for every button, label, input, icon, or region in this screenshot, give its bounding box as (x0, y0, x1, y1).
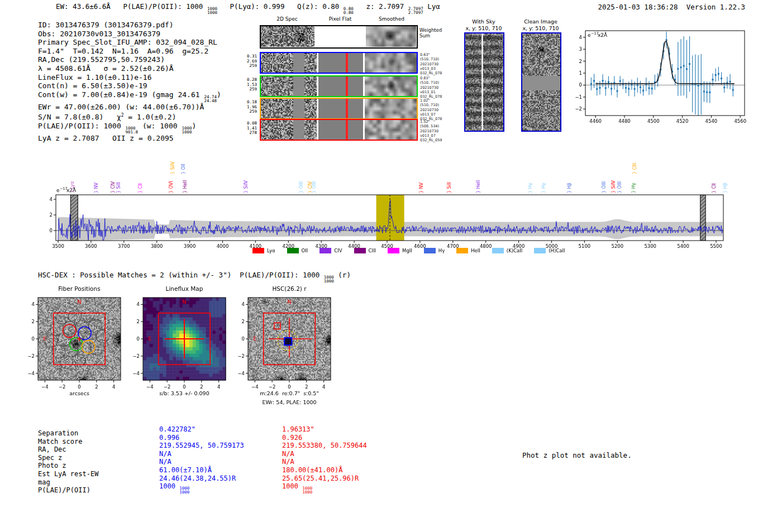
header-summary-line: EW: 43.6±6.6Å P(LAE)/P(OII): 1000 100010… (56, 2, 440, 15)
col-header-pixel-flat: Pixel Flat (329, 16, 351, 22)
fiber-positions-plot (13, 282, 128, 408)
stacked-uncertainty: 0.800.80 (344, 7, 354, 15)
clean-image-panel (521, 32, 561, 132)
fiber-cutout-canvas (261, 120, 417, 140)
info-line: λ = 4508.61Å σ = 2.52(±0.26)Å (38, 64, 221, 73)
match2-value: 1.96313" (282, 425, 314, 433)
version-text: Version 1.22.3 (686, 3, 745, 11)
legend-swatch (456, 248, 468, 253)
match1-value: 0.422782" (159, 425, 196, 433)
with-sky-canvas (465, 33, 503, 131)
legend-label: OII (302, 248, 308, 253)
photz-note: Phot z plot not available. (522, 451, 632, 459)
legend-item: OII (287, 248, 308, 253)
detection-info-block: ID: 3013476379 (3013476379.pdf)Obs: 2021… (38, 21, 221, 143)
match1-value: 1000 10001000 (159, 482, 189, 494)
clean-image-title: Clean Image x, y: 510, 710 (522, 18, 559, 31)
legend-swatch (534, 248, 546, 253)
match-table-row: Photo zN/AN/A (38, 458, 462, 466)
timestamp-text: 2025-01-03 18:36:28 (598, 3, 678, 11)
hsc-r-image-plot (235, 282, 338, 419)
info-line: RA,Dec (219.552795,50.759243) (38, 55, 221, 64)
match1-value: 0.996 (159, 434, 179, 442)
weighted-sum-canvas (261, 26, 416, 47)
legend-label: (K)CaII (507, 248, 522, 253)
cutout-row-weights: 0.281.53259 (235, 78, 257, 92)
with-sky-panel (464, 32, 504, 132)
clean-image-canvas (522, 33, 560, 131)
clean-image-coords: x, y: 510, 710 (522, 25, 559, 32)
stacked-uncertainty: 2.70972.7097 (408, 7, 423, 15)
legend-item: CIII (354, 248, 376, 253)
stacked-uncertainty: 10001000 (179, 486, 189, 494)
lineflux-map-plot (130, 282, 233, 408)
legend-item: MgII (388, 248, 412, 253)
match-table-row: Match score0.9960.926 (38, 434, 462, 442)
info-line: Cont(n) = 6.50(±3.50)e-19 (38, 82, 221, 90)
fiber-cutout-row (260, 75, 418, 97)
legend-item: HeII (456, 248, 480, 253)
cutout-row-metadata: 0.63"(510, 710)20210730v013_03032_RL_078 (420, 52, 460, 75)
match1-value: 61.00(±7.10)Å (159, 466, 212, 474)
weighted-sum-label: Weighted Sum (419, 27, 452, 39)
match2-value: N/A (282, 450, 294, 458)
stacked-uncertainty: 1000901.8 (126, 126, 139, 134)
match2-value: 0.926 (282, 434, 302, 442)
fiber-cutout-row (260, 52, 418, 74)
legend-label: CIV (334, 248, 342, 253)
fiber-cutout-row (260, 119, 418, 141)
stacked-uncertainty: 10001000 (182, 126, 192, 134)
col-header-smoothed: Smoothed (379, 16, 404, 22)
legend-label: HeII (471, 248, 480, 253)
match-table-row: P(LAE)/P(OII)1000 100010001000 10001000 (38, 482, 462, 491)
fiber-cutout-row (260, 98, 418, 119)
match-table-row: Spec zN/AN/A (38, 450, 462, 458)
info-line: Obs: 20210730v013_3013476379 (38, 30, 221, 39)
stacked-uncertainty: 24.7424.48 (204, 95, 217, 103)
match2-value: 25.65(25.41,25.96)R (282, 475, 359, 482)
catalog-match-table: Separation0.422782"1.96313"Match score0.… (38, 425, 462, 491)
info-line: P(LAE)/P(OII): 1000 1000901.8 (w: 1000 1… (38, 122, 221, 134)
legend-swatch (424, 248, 436, 253)
legend-item: (H)CaII (534, 248, 565, 253)
elixer-detection-report: { "colors": { "match1": "#0000ee", "matc… (0, 0, 782, 532)
cutout-row-weights: 0.081.41278 (235, 121, 257, 136)
weighted-sum-cutout (260, 25, 418, 49)
stacked-uncertainty: 10001000 (324, 275, 334, 283)
legend-label: Lyα (267, 248, 275, 253)
legend-item: CIV (320, 248, 342, 253)
match-table-row: Est LyA rest-EW61.00(±7.10)Å180.00(±41.0… (38, 466, 462, 475)
legend-label: MgII (402, 248, 412, 253)
match2-value: 219.553380, 50.759644 (282, 442, 367, 449)
match-table-row: Separation0.422782"1.96313" (38, 425, 462, 434)
stacked-uncertainty: 10001000 (302, 486, 312, 494)
cutout-row-weights: 0.312.69259 (235, 54, 257, 69)
match-table-row: RA, Dec219.552945, 50.759173219.553380, … (38, 442, 462, 450)
legend-item: (K)CaII (492, 248, 522, 253)
match1-value: 24.46(24.38,24.55)R (159, 475, 236, 482)
info-line: LineFlux = 1.10(±0.11)e-16 (38, 73, 221, 82)
cutout-row-metadata: 1.02"(510, 710)20210730v013_07032_RL_078 (420, 98, 460, 121)
full-spectrum-plot (47, 150, 743, 251)
line-fit-zoom-plot (569, 25, 753, 126)
spectrum-legend: LyαOIICIVCIIIMgIIHγHeII(K)CaII(H)CaII (252, 248, 565, 253)
legend-item: Lyα (252, 248, 275, 253)
legend-swatch (320, 248, 331, 253)
superscript: 2 (121, 113, 124, 118)
match2-value: 180.00(±41.00)Å (282, 466, 342, 474)
legend-swatch (492, 248, 504, 253)
info-line: F=1.4" T=0.142 N=1.16 A=0.96 g=25.2 (38, 47, 221, 56)
cutout-row-metadata: 0.83"(510, 710)20210730v013_01032_RL_078 (420, 76, 460, 99)
match-table-row: mag24.46(24.38,24.55)R25.65(25.41,25.96)… (38, 475, 462, 483)
with-sky-title-text: With Sky (465, 18, 502, 25)
legend-item: Hγ (424, 248, 445, 253)
with-sky-coords: x, y: 510, 710 (465, 25, 502, 32)
legend-label: Hγ (438, 248, 445, 253)
match-row-label: P(LAE)/P(OII) (38, 486, 90, 494)
match1-value: 219.552945, 50.759173 (159, 442, 244, 449)
match2-value: N/A (282, 458, 294, 466)
legend-swatch (354, 248, 366, 253)
info-line: EWr = 47.00(±26.00) (w: 44.00(±6.70))Å (38, 103, 221, 112)
legend-label: CIII (369, 248, 376, 253)
legend-swatch (252, 248, 264, 253)
